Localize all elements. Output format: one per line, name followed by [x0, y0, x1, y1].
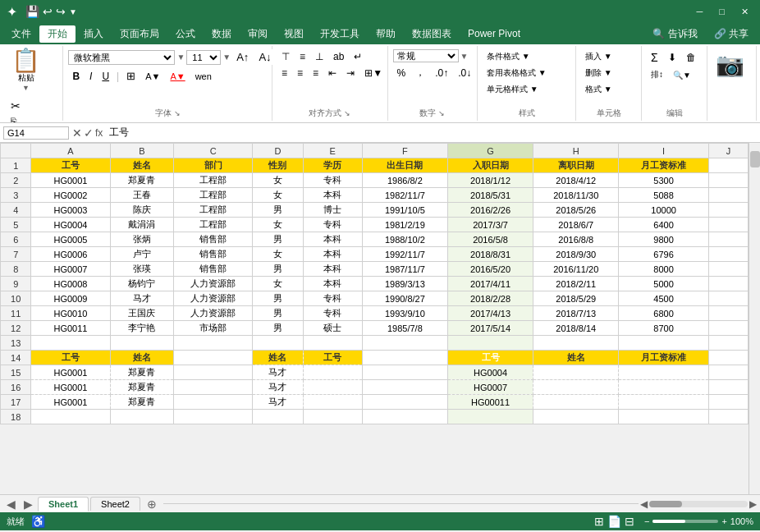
row-header-5[interactable]: 5	[1, 218, 31, 232]
cell[interactable]: HG0009	[31, 291, 110, 306]
row-header-18[interactable]: 18	[1, 410, 31, 424]
cell[interactable]	[110, 336, 173, 351]
cell[interactable]	[447, 336, 533, 351]
cell[interactable]: 1988/10/2	[362, 232, 447, 247]
cell[interactable]: 1993/9/10	[362, 306, 447, 321]
menu-insert[interactable]: 插入	[76, 25, 112, 43]
cell[interactable]: 女	[253, 188, 303, 203]
fill-btn[interactable]: ⬇	[664, 49, 680, 66]
cell[interactable]	[31, 410, 110, 424]
cell[interactable]	[708, 321, 748, 336]
cell[interactable]: HG0005	[31, 232, 110, 247]
cell[interactable]: 2016/8/8	[533, 232, 619, 247]
sort-filter-btn[interactable]: 排↕	[647, 67, 667, 82]
cell[interactable]	[31, 336, 110, 351]
zoom-in-btn[interactable]: +	[721, 516, 726, 526]
cell[interactable]: 张炳	[110, 232, 173, 247]
close-btn[interactable]: ✕	[736, 7, 753, 17]
cell[interactable]: 工号	[303, 351, 362, 365]
row-header-12[interactable]: 12	[1, 321, 31, 336]
cell[interactable]: 1986/8/2	[362, 173, 447, 188]
cell[interactable]: 工号	[447, 351, 533, 365]
menu-review[interactable]: 审阅	[240, 25, 276, 43]
row-header-2[interactable]: 2	[1, 173, 31, 188]
cell[interactable]: HG0004	[447, 365, 533, 380]
col-G[interactable]: G	[447, 144, 533, 158]
cell[interactable]: 2018/7/13	[533, 306, 619, 321]
cell[interactable]	[533, 380, 619, 395]
cell[interactable]: 市场部	[174, 321, 253, 336]
cell[interactable]: 2018/1/12	[447, 173, 533, 188]
cell[interactable]: 郑夏青	[110, 380, 173, 395]
cell[interactable]: 5088	[619, 188, 709, 203]
page-layout-btn[interactable]: 📄	[607, 515, 621, 528]
cell[interactable]: 1990/8/27	[362, 291, 447, 306]
row-header-9[interactable]: 9	[1, 277, 31, 291]
add-sheet-button[interactable]: ⊕	[142, 496, 162, 512]
row-header-6[interactable]: 6	[1, 232, 31, 247]
menu-developer[interactable]: 开发工具	[312, 25, 368, 43]
thousands-btn[interactable]: ，	[411, 64, 429, 81]
menu-help[interactable]: 帮助	[368, 25, 404, 43]
cell[interactable]: 男	[253, 321, 303, 336]
cell[interactable]: 人力资源部	[174, 291, 253, 306]
cell[interactable]: 本科	[303, 232, 362, 247]
cell[interactable]: 马才	[253, 365, 303, 380]
align-bottom-btn[interactable]: ⊥	[311, 49, 327, 64]
cell[interactable]	[533, 365, 619, 380]
cell[interactable]: 工号	[31, 158, 110, 173]
redo-icon[interactable]: ↪	[56, 5, 66, 18]
col-F[interactable]: F	[362, 144, 447, 158]
cell[interactable]: 6796	[619, 247, 709, 262]
cell[interactable]: HG0001	[31, 173, 110, 188]
cell[interactable]: 专科	[303, 291, 362, 306]
cell[interactable]	[174, 351, 253, 365]
row-header-10[interactable]: 10	[1, 291, 31, 306]
cell[interactable]	[174, 336, 253, 351]
cell[interactable]: HG0011	[31, 321, 110, 336]
cell[interactable]: 姓名	[253, 351, 303, 365]
cell[interactable]: 专科	[303, 173, 362, 188]
cell[interactable]: 戴涓涓	[110, 218, 173, 232]
zoom-slider[interactable]	[652, 520, 718, 523]
scrollbar-thumb[interactable]	[750, 151, 760, 167]
menu-home[interactable]: 开始	[39, 25, 76, 43]
cell[interactable]	[708, 380, 748, 395]
undo-icon[interactable]: ↩	[43, 5, 53, 18]
cell[interactable]	[362, 351, 447, 365]
zoom-out-btn[interactable]: −	[644, 516, 649, 526]
paste-button[interactable]: 📋 粘贴 ▼	[8, 48, 43, 94]
cell[interactable]: 工程部	[174, 218, 253, 232]
cell[interactable]: 1985/7/8	[362, 321, 447, 336]
clear-btn[interactable]: 🗑	[682, 49, 700, 66]
merge-cells-btn[interactable]: ⊞▼	[360, 66, 387, 80]
cell[interactable]: 专科	[303, 218, 362, 232]
name-box[interactable]	[3, 126, 69, 140]
align-right-btn[interactable]: ≡	[309, 66, 323, 80]
cell[interactable]: 女	[253, 173, 303, 188]
cell[interactable]: HG0006	[31, 247, 110, 262]
insert-cells-btn[interactable]: 插入 ▼	[581, 49, 616, 64]
insert-function-icon[interactable]: fx	[95, 127, 103, 139]
cell[interactable]: 男	[253, 291, 303, 306]
cell[interactable]: 女	[253, 277, 303, 291]
cell[interactable]: 王国庆	[110, 306, 173, 321]
cell[interactable]: 2017/4/13	[447, 306, 533, 321]
cell[interactable]: 2016/5/8	[447, 232, 533, 247]
fill-color-button[interactable]: A▼	[141, 70, 164, 83]
hscroll-left[interactable]: ◀	[640, 498, 648, 510]
cell[interactable]: 姓名	[110, 158, 173, 173]
menu-file[interactable]: 文件	[3, 25, 39, 43]
cell[interactable]: 姓名	[110, 351, 173, 365]
cell[interactable]: 1992/11/7	[362, 247, 447, 262]
cell[interactable]	[174, 410, 253, 424]
cell[interactable]: 2018/4/12	[533, 173, 619, 188]
spreadsheet[interactable]: A B C D E F G H I J 1工号姓名部门性别学历出生日期入职日期离…	[0, 143, 749, 494]
cell[interactable]: 出生日期	[362, 158, 447, 173]
cell[interactable]: 男	[253, 232, 303, 247]
cell[interactable]: 月工资标准	[619, 158, 709, 173]
row-header-15[interactable]: 15	[1, 365, 31, 380]
cell[interactable]: 2016/5/20	[447, 262, 533, 277]
cell[interactable]: 工号	[31, 351, 110, 365]
cell[interactable]	[110, 410, 173, 424]
